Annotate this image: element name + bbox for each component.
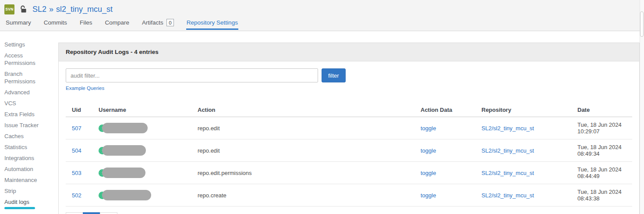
tab-files[interactable]: Files (79, 18, 93, 30)
action-data-toggle-link[interactable]: toggle (421, 147, 436, 154)
date-value: Tue, 18 Jun 2024 10:29:07 (577, 121, 622, 135)
repository-link[interactable]: SL2/sl2_tiny_mcu_st (481, 147, 534, 154)
action-value: repo.edit.permissions (198, 170, 252, 176)
action-data-toggle-link[interactable]: toggle (421, 192, 436, 199)
audit-filter-input[interactable] (66, 68, 318, 82)
repo-nav-tabs: Summary Commits Files Compare Artifacts … (4, 18, 644, 30)
tab-label: Artifacts (142, 19, 163, 26)
sidebar-item-statistics[interactable]: Statistics (4, 143, 50, 151)
filter-button[interactable]: filter (322, 68, 346, 82)
breadcrumb-separator: » (49, 5, 53, 14)
sidebar-item-strip[interactable]: Strip (4, 187, 50, 195)
sidebar-item-issue-tracker[interactable]: Issue Tracker (4, 121, 50, 129)
pagination-next-button[interactable]: > (100, 212, 117, 214)
tab-repository-settings[interactable]: Repository Settings (186, 18, 238, 30)
tab-label: Summary (6, 19, 31, 26)
action-value: repo.edit (198, 125, 220, 132)
sidebar-item-label: Audit logs (4, 199, 29, 205)
col-header-action-data: Action Data (418, 103, 479, 117)
audit-logs-panel: Repository Audit Logs - 4 entries filter… (58, 43, 640, 214)
breadcrumb-group-link[interactable]: SL2 (32, 5, 46, 14)
col-header-date: Date (575, 103, 632, 117)
breadcrumb-repo-link[interactable]: sl2_tiny_mcu_st (56, 5, 113, 14)
tab-label: Commits (44, 19, 67, 26)
tab-summary[interactable]: Summary (5, 18, 32, 30)
col-header-action: Action (195, 103, 418, 117)
tab-compare[interactable]: Compare (105, 18, 130, 30)
username-cell (99, 145, 192, 156)
table-row: 502 repo.create toggle SL2/sl2_tiny_mcu_… (66, 184, 632, 207)
main-column: Repository Audit Logs - 4 entries filter… (58, 31, 644, 214)
date-value: Tue, 18 Jun 2024 08:44:49 (577, 166, 622, 179)
sidebar-item-maintenance[interactable]: Maintenance (4, 176, 50, 184)
col-header-uid: Uid (66, 103, 96, 117)
sidebar-item-branch-permissions[interactable]: Branch Permissions (4, 70, 50, 85)
action-value: repo.create (198, 192, 226, 199)
pagination-prev-button[interactable]: < (66, 212, 83, 214)
sidebar-item-integrations[interactable]: Integrations (4, 154, 50, 162)
tab-commits[interactable]: Commits (43, 18, 67, 30)
example-queries-link[interactable]: Example Queries (66, 86, 104, 91)
redacted-username (102, 145, 146, 156)
sidebar-item-automation[interactable]: Automation (4, 165, 50, 173)
sidebar-item-caches[interactable]: Caches (4, 132, 50, 140)
uid-link[interactable]: 503 (72, 170, 81, 176)
panel-body: filter Example Queries Uid Username (59, 61, 639, 214)
repository-link[interactable]: SL2/sl2_tiny_mcu_st (481, 170, 534, 176)
username-cell (99, 168, 192, 178)
redacted-username (102, 168, 145, 178)
action-data-toggle-link[interactable]: toggle (421, 125, 436, 132)
tab-label: Repository Settings (187, 19, 238, 26)
action-value: repo.edit (198, 147, 220, 154)
sidebar-item-advanced[interactable]: Advanced (4, 89, 50, 96)
top-bar: SVN SL2»sl2_tiny_mcu_st Summary Commits … (0, 0, 644, 31)
content-area: Settings Access Permissions Branch Permi… (0, 31, 644, 214)
audit-log-table: Uid Username Action Action Data Reposito… (66, 103, 632, 207)
date-value: Tue, 18 Jun 2024 08:43:38 (577, 189, 622, 202)
table-row: 503 repo.edit.permissions toggle SL2/sl2… (66, 162, 632, 184)
sidebar-item-extra-fields[interactable]: Extra Fields (4, 111, 50, 118)
table-header-row: Uid Username Action Action Data Reposito… (66, 103, 632, 117)
pagination: < 1 > (66, 212, 117, 214)
col-header-repository: Repository (479, 103, 575, 117)
repo-breadcrumb: SL2»sl2_tiny_mcu_st (32, 5, 113, 14)
redacted-username (102, 123, 148, 133)
username-cell (99, 123, 192, 133)
panel-title: Repository Audit Logs - 4 entries (59, 43, 639, 61)
settings-sidebar: Settings Access Permissions Branch Permi… (0, 31, 58, 214)
uid-link[interactable]: 507 (72, 125, 81, 132)
breadcrumb: SVN SL2»sl2_tiny_mcu_st (4, 4, 644, 15)
table-row: 504 repo.edit toggle SL2/sl2_tiny_mcu_st… (66, 139, 632, 162)
username-cell (99, 190, 192, 200)
active-item-underline (4, 207, 35, 209)
scrollbar-thumb[interactable] (640, 11, 644, 37)
sidebar-item-vcs[interactable]: VCS (4, 100, 50, 107)
repository-link[interactable]: SL2/sl2_tiny_mcu_st (481, 125, 534, 132)
pagination-page-1-button[interactable]: 1 (83, 212, 100, 214)
tab-label: Files (80, 19, 92, 26)
uid-link[interactable]: 504 (72, 147, 81, 154)
redacted-username (102, 190, 151, 200)
tab-artifacts[interactable]: Artifacts 0 (142, 18, 174, 30)
col-header-username: Username (96, 103, 195, 117)
svn-repo-type-icon: SVN (4, 4, 14, 14)
sidebar-item-access-permissions[interactable]: Access Permissions (4, 52, 50, 67)
tab-label: Compare (105, 19, 130, 26)
artifacts-count-badge: 0 (166, 19, 174, 26)
sidebar-item-audit-logs[interactable]: Audit logs (4, 198, 50, 209)
repository-link[interactable]: SL2/sl2_tiny_mcu_st (481, 192, 534, 199)
sidebar-item-settings[interactable]: Settings (4, 41, 50, 48)
repository-settings-page: SVN SL2»sl2_tiny_mcu_st Summary Commits … (0, 0, 644, 214)
uid-link[interactable]: 502 (72, 192, 81, 199)
date-value: Tue, 18 Jun 2024 08:49:34 (577, 144, 622, 157)
action-data-toggle-link[interactable]: toggle (421, 170, 436, 176)
table-row: 507 repo.edit toggle SL2/sl2_tiny_mcu_st… (66, 117, 632, 139)
unlocked-padlock-icon (20, 5, 27, 13)
filter-row: filter (66, 68, 632, 82)
